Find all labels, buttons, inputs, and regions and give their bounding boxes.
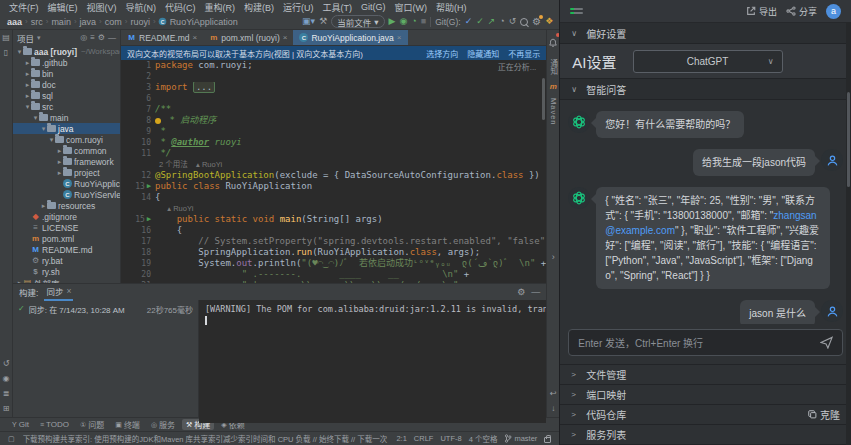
banner-action-choose-direction[interactable]: 选择方向 [426, 48, 458, 59]
chevron-collapsed-icon[interactable]: ▸ [24, 92, 31, 100]
soft-wrap-icon[interactable]: ↩ [550, 390, 557, 398]
menu-item[interactable]: Git(G) [357, 2, 390, 12]
tree-item-.gitignore[interactable]: ◆.gitignore [13, 211, 120, 222]
chevron-collapsed-icon[interactable]: ▸ [40, 202, 47, 210]
breadcrumb-item[interactable]: com [104, 17, 123, 27]
debug-button[interactable]: ◉ [399, 17, 407, 26]
stop-button[interactable]: ■ [421, 17, 426, 26]
tree-item-bin[interactable]: ▸bin [13, 68, 120, 79]
git-push-button[interactable]: ↗ [488, 17, 496, 26]
tree-item-license[interactable]: ≡LICENSE [13, 222, 120, 233]
tree-item-java[interactable]: ▾java [13, 123, 120, 134]
preferences-section-header[interactable]: ∨ 偏好设置 [560, 23, 851, 44]
run-line-button[interactable]: ▶ [147, 183, 151, 190]
search-everywhere-button[interactable] [520, 18, 528, 26]
tree-item-main[interactable]: ▾main [13, 112, 120, 123]
profiler-button[interactable]: ◔ [411, 17, 416, 26]
menu-item[interactable]: 窗口(W) [391, 1, 432, 14]
bookmarks-stripe-icon[interactable]: ▯ [4, 49, 8, 57]
file-encoding[interactable]: UTF-8 [440, 434, 461, 443]
chevron-expanded-icon[interactable]: ▾ [24, 103, 31, 111]
menu-item[interactable]: 文件(F) [5, 1, 43, 14]
chevron-expanded-icon[interactable]: ▾ [16, 48, 23, 56]
status-message[interactable]: 下载预构建共享索引: 使用预构建的JDK和Maven 库共享索引减少索引时间和 … [23, 433, 389, 444]
code-vision-inlay[interactable]: ▴ RuoYi [155, 204, 193, 213]
chevron-collapsed-icon[interactable]: ▸ [56, 169, 63, 177]
build-sync-tab[interactable]: 同步 × [44, 283, 73, 301]
user-avatar[interactable]: a [826, 4, 841, 19]
chevron-collapsed-icon[interactable]: ▸ [24, 81, 31, 89]
run-config-pill[interactable]: 当前文件▾ [331, 15, 384, 28]
editor-tab[interactable]: MREADME.md× [121, 30, 203, 45]
export-button[interactable]: 导出 [746, 5, 777, 18]
run-configuration-selector[interactable]: ▣▾ [302, 17, 315, 26]
hide-build-panel-icon[interactable]: — [531, 287, 540, 297]
breadcrumb-item[interactable]: ruoyi [129, 17, 151, 27]
git-branch-widget[interactable]: master [504, 434, 537, 443]
tree-item-ry.sh[interactable]: $ry.sh [13, 266, 120, 277]
build-project-icon[interactable]: ⚒ [319, 17, 327, 26]
tree-item-ry.bat[interactable]: ⚙ry.bat [13, 255, 120, 266]
clone-button[interactable]: 克隆 [808, 407, 840, 422]
build-layout-icon[interactable]: ≣ [3, 390, 10, 398]
model-select[interactable]: ChatGPT ∨ [633, 50, 783, 73]
run-button[interactable]: ▶ [389, 17, 396, 26]
section-端口映射[interactable]: >端口映射 [560, 385, 851, 405]
git-rollback-button[interactable]: ↺ [509, 17, 517, 26]
close-icon[interactable]: × [66, 286, 71, 296]
code-vision-inlay[interactable]: 2 个用法 ▴ RuoYi [155, 160, 222, 169]
menu-item[interactable]: 工具(T) [319, 1, 357, 14]
toolwindow-终端[interactable]: ▣终端 [111, 419, 144, 430]
line-separator[interactable]: CRLF [414, 434, 434, 443]
breadcrumb-item[interactable]: RuoYiApplication [169, 17, 239, 27]
menu-item[interactable]: 构建(B) [240, 1, 278, 14]
run-line-button[interactable]: ▶ [147, 216, 151, 223]
build-pin-icon[interactable]: ◉ [3, 375, 10, 383]
tree-item-pom.xml[interactable]: mpom.xml [13, 233, 120, 244]
menu-item[interactable]: 代码(C) [161, 1, 200, 14]
project-panel-title[interactable]: 项目 [17, 32, 34, 44]
tree-item-sql[interactable]: ▸sql [13, 90, 120, 101]
close-icon[interactable]: × [283, 33, 288, 42]
send-button[interactable] [820, 336, 833, 349]
tool-tab-notifications[interactable]: 通知 [548, 59, 559, 76]
chevron-expanded-icon[interactable]: ▾ [32, 114, 39, 122]
section-代码仓库[interactable]: >代码仓库克隆 [560, 405, 851, 425]
build-console[interactable]: [WARNING] The POM for com.alibaba:druid:… [199, 300, 546, 423]
tree-item-common[interactable]: ▸common [13, 145, 120, 156]
chevron-collapsed-icon[interactable]: ▸ [24, 70, 31, 78]
locate-file-button[interactable]: ◎ [80, 33, 87, 42]
share-button[interactable]: 分享 [786, 5, 817, 18]
menu-item[interactable]: 重构(R) [201, 1, 240, 14]
toolwindow-todo[interactable]: ≡TODO [36, 419, 73, 430]
tree-item-doc[interactable]: ▸doc [13, 79, 120, 90]
toolwindow-git[interactable]: YGit [8, 419, 33, 430]
toolwindow-服务[interactable]: ◎服务 [147, 419, 179, 430]
ai-panel-scrollbar[interactable] [846, 22, 851, 445]
tree-item-ruoyiapplication[interactable]: CRuoYiApplication [13, 178, 120, 189]
tree-item-framework[interactable]: ▸framework [13, 156, 120, 167]
caret-position[interactable]: 2:1 [396, 434, 406, 443]
build-settings-gear-icon[interactable]: ⚙ [517, 287, 525, 297]
banner-action-dont-show[interactable]: 不再显示 [508, 48, 540, 59]
chevron-expanded-icon[interactable]: ▾ [40, 125, 47, 133]
project-stripe-icon[interactable]: ▤ [2, 34, 10, 42]
editor-tab[interactable]: mpom.xml (ruoyi)× [203, 30, 293, 45]
collapse-all-button[interactable]: ≡ [90, 33, 95, 42]
close-icon[interactable]: × [397, 33, 402, 42]
menu-item[interactable]: 编辑(E) [44, 1, 82, 14]
tool-tab-maven[interactable]: Maven [549, 98, 558, 126]
build-rerun-icon[interactable]: ↺ [3, 360, 10, 368]
breadcrumb-item[interactable]: java [79, 17, 98, 27]
notifications-bell-icon[interactable] [548, 34, 558, 52]
scrollbar-thumb[interactable] [847, 92, 850, 187]
menu-item[interactable]: 帮助(H) [432, 1, 471, 14]
tree-item-project[interactable]: ▸project [13, 167, 120, 178]
qa-section-header[interactable]: ∨ 智能问答 [560, 79, 851, 100]
indent-setting[interactable]: 4 个空格 [469, 433, 498, 444]
chat-input[interactable]: Enter 发送，Ctrl+Enter 换行 [568, 329, 843, 356]
tree-item-src[interactable]: ▾src [13, 101, 120, 112]
settings-button[interactable]: ⚙ [532, 17, 541, 27]
menu-item[interactable]: 导航(N) [122, 1, 161, 14]
editor-scrollbar[interactable] [542, 78, 545, 120]
